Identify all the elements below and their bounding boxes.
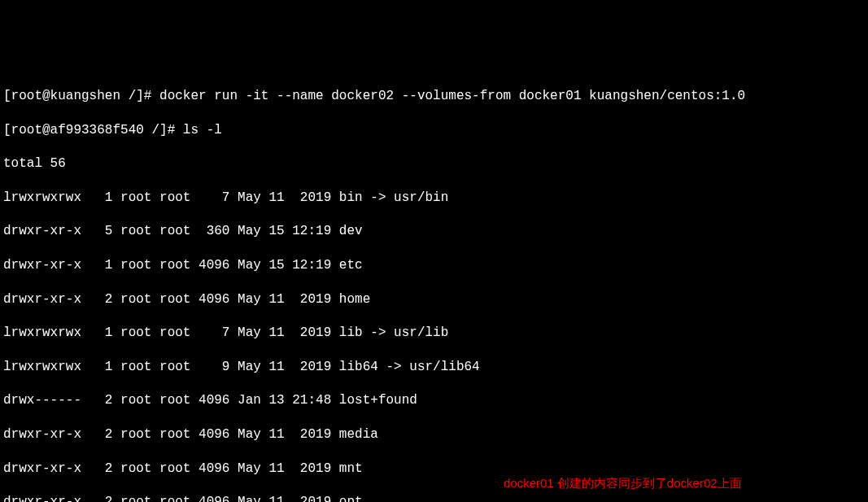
listing-entry: drwxr-xr-x 2 root root 4096 May 11 2019 … [3,494,865,502]
listing-entry: drwxr-xr-x 2 root root 4096 May 11 2019 … [3,291,865,308]
output-total: total 56 [3,155,865,172]
listing-entry: drwxr-xr-x 2 root root 4096 May 11 2019 … [3,461,865,478]
listing-entry: drwxr-xr-x 5 root root 360 May 15 12:19 … [3,223,865,240]
listing-entry: drwx------ 2 root root 4096 Jan 13 21:48… [3,392,865,409]
command-docker-run: [root@kuangshen /]# docker run -it --nam… [3,88,865,105]
listing-entry: lrwxrwxrwx 1 root root 9 May 11 2019 lib… [3,359,865,376]
listing-entry: lrwxrwxrwx 1 root root 7 May 11 2019 bin… [3,190,865,207]
terminal-container[interactable]: [root@kuangshen /]# docker run -it --nam… [3,71,865,502]
listing-entry: drwxr-xr-x 1 root root 4096 May 15 12:19… [3,257,865,274]
listing-entry: drwxr-xr-x 2 root root 4096 May 11 2019 … [3,426,865,443]
listing-entry: lrwxrwxrwx 1 root root 7 May 11 2019 lib… [3,325,865,342]
command-ls-l: [root@af993368f540 /]# ls -l [3,122,865,139]
annotation-text: docker01 创建的内容同步到了docker02上面 [504,475,742,491]
